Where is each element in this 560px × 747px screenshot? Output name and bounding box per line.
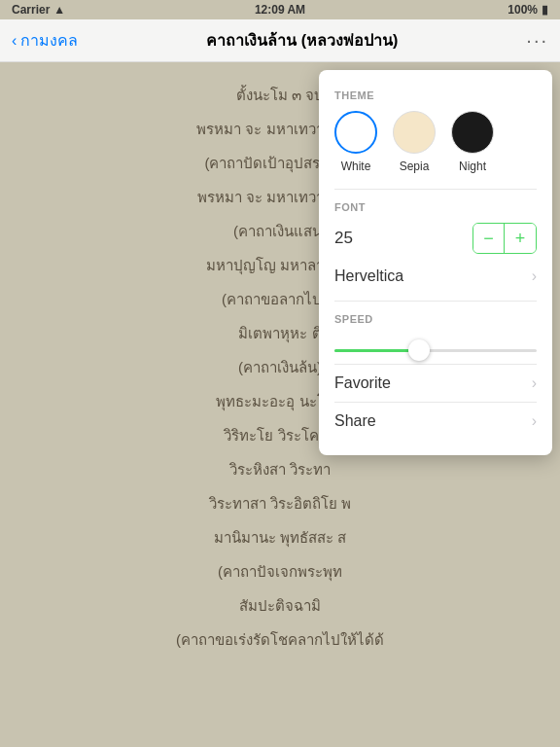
speed-slider-container <box>334 335 537 364</box>
menu-item-share[interactable]: Share › <box>334 402 537 440</box>
battery-label: 100% <box>508 3 538 17</box>
carrier-label: Carrier <box>12 3 50 17</box>
page-title: คาถาเงินล้าน (หลวงพ่อปาน) <box>78 28 526 53</box>
font-size-row: 25 − + <box>334 223 537 254</box>
theme-options: White Sepia Night <box>334 111 537 173</box>
theme-white-circle <box>334 111 377 154</box>
font-increase-button[interactable]: + <box>505 224 536 253</box>
theme-white[interactable]: White <box>334 111 377 173</box>
nav-bar: ‹ กามงคล คาถาเงินล้าน (หลวงพ่อปาน) ··· <box>0 19 560 62</box>
font-name-row[interactable]: Herveltica › <box>334 264 537 289</box>
settings-panel: THEME White Sepia Night FONT 25 − + <box>319 70 552 455</box>
text-line-15: (คาถาปัจเจกพระพุท <box>19 558 541 585</box>
font-size-value: 25 <box>334 229 472 248</box>
back-chevron-icon: ‹ <box>12 32 17 50</box>
slider-fill <box>334 349 419 352</box>
theme-night[interactable]: Night <box>451 111 494 173</box>
theme-night-label: Night <box>459 160 486 173</box>
back-button[interactable]: ‹ กามงคล <box>12 28 78 53</box>
theme-night-circle <box>451 111 494 154</box>
favorite-chevron-icon: › <box>532 374 537 392</box>
speed-section-label: SPEED <box>334 313 537 325</box>
text-line-12: วิระหิงสา วิระทา <box>19 456 541 482</box>
slider-track <box>334 349 537 352</box>
favorite-label: Favorite <box>334 374 391 392</box>
battery-icon: ▮ <box>542 3 548 17</box>
theme-sepia-label: Sepia <box>400 160 430 173</box>
font-name-label: Herveltica <box>334 267 403 285</box>
divider-1 <box>334 189 537 190</box>
divider-2 <box>334 301 537 302</box>
text-line-14: มานิมานะ พุทธัสสะ ส <box>19 524 541 551</box>
theme-sepia-circle <box>393 111 436 154</box>
back-label: กามงคล <box>20 28 78 53</box>
theme-sepia[interactable]: Sepia <box>393 111 436 173</box>
font-controls: − + <box>472 223 537 254</box>
status-bar-left: Carrier ▲ <box>12 3 65 17</box>
font-section-label: FONT <box>334 201 537 213</box>
status-bar-right: 100% ▮ <box>508 3 548 17</box>
status-bar-time: 12:09 AM <box>255 3 305 17</box>
status-bar: Carrier ▲ 12:09 AM 100% ▮ <box>0 0 560 19</box>
more-button[interactable]: ··· <box>526 29 548 52</box>
wifi-icon: ▲ <box>53 3 65 17</box>
theme-white-label: White <box>341 160 371 173</box>
text-line-13: วิระทาสา วิระอิตถิโย พ <box>19 490 541 516</box>
content-area: ตั้งนะโม ๓ จบ พรหมา จะ มหาเทวา สัพยัก (ค… <box>0 62 560 747</box>
menu-item-favorite[interactable]: Favorite › <box>334 364 537 402</box>
share-chevron-icon: › <box>532 412 537 430</box>
theme-section-label: THEME <box>334 89 537 101</box>
slider-thumb[interactable] <box>408 339 430 361</box>
text-line-16: สัมปะติจฉามิ <box>19 592 541 619</box>
text-line-17: (คาถาขอเร่งรัดโชคลากไปให้ได้ด้ <box>19 626 541 653</box>
share-label: Share <box>334 412 376 430</box>
speed-slider[interactable] <box>334 340 537 360</box>
font-decrease-button[interactable]: − <box>473 224 505 253</box>
font-chevron-icon: › <box>532 267 537 285</box>
